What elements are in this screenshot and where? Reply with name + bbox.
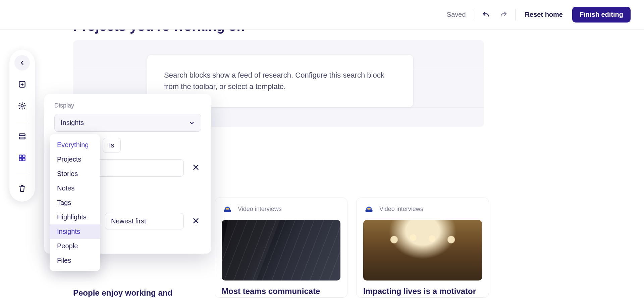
card-title: People enjoy working and <box>73 288 206 298</box>
insight-card[interactable]: Video interviews Most teams communicate <box>215 198 347 298</box>
redo-icon <box>499 11 507 19</box>
svg-rect-9 <box>367 208 371 209</box>
project-badge <box>222 203 233 215</box>
remove-filter-button[interactable] <box>191 163 201 173</box>
dropdown-item-notes[interactable]: Notes <box>50 181 100 196</box>
help-text: Search blocks show a feed of research. C… <box>164 70 396 92</box>
toolbar-delete-button[interactable] <box>14 181 30 196</box>
dropdown-item-highlights[interactable]: Highlights <box>50 210 100 224</box>
dropdown-item-files[interactable]: Files <box>50 253 100 268</box>
reset-home-button[interactable]: Reset home <box>522 8 566 21</box>
close-icon <box>192 164 200 171</box>
floating-toolbar <box>9 50 35 202</box>
svg-point-1 <box>21 105 23 107</box>
gear-icon <box>18 101 26 110</box>
toolbar-divider <box>16 173 28 173</box>
toolbar-back-button[interactable] <box>14 55 30 71</box>
toolbar-settings-button[interactable] <box>14 98 30 114</box>
dropdown-item-projects[interactable]: Projects <box>50 152 100 167</box>
finish-editing-button[interactable]: Finish editing <box>572 7 631 23</box>
display-label: Display <box>54 102 201 109</box>
dropdown-item-people[interactable]: People <box>50 239 100 253</box>
sort-order-value: Newest first <box>111 217 146 225</box>
undo-button[interactable] <box>480 9 492 20</box>
arrow-left-icon <box>19 59 25 66</box>
project-badge <box>363 203 375 215</box>
display-select[interactable]: Insights <box>54 114 201 132</box>
dropdown-item-everything[interactable]: Everything <box>50 138 100 152</box>
card-category: Video interviews <box>379 206 423 213</box>
divider <box>515 9 516 20</box>
trash-icon <box>18 184 26 192</box>
toolbar-layout-grid-button[interactable] <box>14 150 30 166</box>
svg-rect-6 <box>19 158 22 161</box>
divider <box>474 9 474 20</box>
redo-button[interactable] <box>498 9 509 20</box>
svg-rect-5 <box>22 155 25 158</box>
grid-icon <box>18 154 26 162</box>
toolbar-add-block-button[interactable] <box>14 77 30 92</box>
topbar: Saved Reset home Finish editing <box>0 0 644 30</box>
display-dropdown-menu: Everything Projects Stories Notes Tags H… <box>50 134 100 271</box>
card-title: Impacting lives is a motivator <box>363 287 482 296</box>
saved-status: Saved <box>447 11 466 18</box>
chevron-down-icon <box>189 120 195 126</box>
svg-rect-3 <box>19 137 25 139</box>
card-thumbnail <box>363 220 482 281</box>
card-category: Video interviews <box>238 206 282 213</box>
dropdown-item-stories[interactable]: Stories <box>50 167 100 181</box>
card-thumbnail <box>222 220 340 281</box>
display-select-value: Insights <box>61 119 84 127</box>
svg-rect-4 <box>19 155 22 158</box>
helmet-icon <box>364 204 374 214</box>
rows-icon <box>18 132 26 141</box>
add-block-icon <box>18 80 26 89</box>
filter-operator-pill[interactable]: Is <box>103 138 121 153</box>
svg-rect-8 <box>226 208 229 209</box>
insight-card[interactable]: Video interviews Impacting lives is a mo… <box>356 198 489 298</box>
sort-order-select[interactable]: Newest first <box>105 213 184 229</box>
toolbar-layout-rows-button[interactable] <box>14 129 30 144</box>
dropdown-item-insights[interactable]: Insights <box>50 224 100 239</box>
remove-sort-button[interactable] <box>191 216 201 227</box>
close-icon <box>192 217 200 224</box>
card-title: Most teams communicate <box>222 287 340 296</box>
dropdown-item-tags[interactable]: Tags <box>50 196 100 210</box>
undo-icon <box>482 11 490 19</box>
helmet-icon <box>223 204 232 214</box>
svg-rect-7 <box>22 158 25 161</box>
svg-rect-2 <box>19 134 25 135</box>
toolbar-divider <box>16 121 28 121</box>
